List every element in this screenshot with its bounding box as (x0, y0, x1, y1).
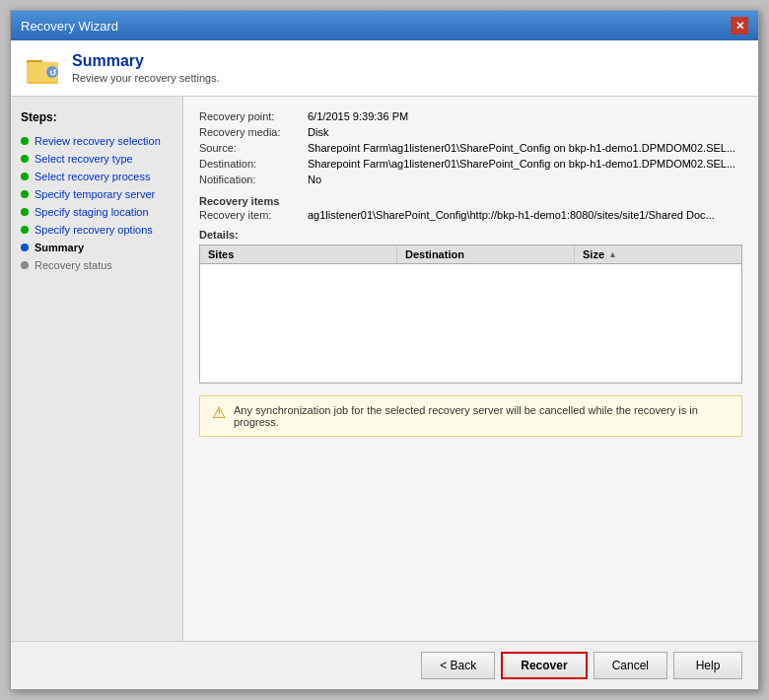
sidebar-label-3: Select recovery process (35, 171, 150, 182)
info-row-0: Recovery point: 6/1/2015 9:39:36 PM (199, 110, 742, 122)
header-icon: ↺ (25, 50, 60, 86)
info-row-2: Source: Sharepoint Farm\ag1listener01\Sh… (199, 142, 742, 154)
step-dot-8 (21, 261, 29, 269)
info-table: Recovery point: 6/1/2015 9:39:36 PM Reco… (199, 110, 742, 185)
step-dot-5 (21, 208, 29, 216)
sidebar-item-select-recovery-process[interactable]: Select recovery process (11, 168, 182, 185)
details-label: Details: (199, 229, 742, 241)
grid-col-sites: Sites (200, 245, 397, 263)
sidebar-item-review-recovery-selection[interactable]: Review recovery selection (11, 132, 182, 150)
info-value-0: 6/1/2015 9:39:36 PM (308, 110, 742, 122)
info-value-1: Disk (308, 126, 742, 138)
recover-button[interactable]: Recover (501, 652, 587, 679)
grid-body (200, 264, 741, 383)
sidebar-item-recovery-status[interactable]: Recovery status (11, 256, 182, 274)
header-text: Summary Review your recovery settings. (72, 52, 220, 84)
header-subtitle: Review your recovery settings. (72, 72, 220, 84)
content-area: Steps: Review recovery selection Select … (11, 97, 758, 641)
recovery-items-label: Recovery items (199, 195, 742, 207)
back-button[interactable]: < Back (421, 652, 495, 679)
recovery-item-label: Recovery item: (199, 209, 308, 221)
info-value-2: Sharepoint Farm\ag1listener01\SharePoint… (308, 142, 742, 154)
sidebar-label-6: Specify recovery options (35, 224, 153, 236)
recovery-item-value: ag1listener01\SharePoint_Config\http://b… (308, 209, 742, 221)
title-bar: Recovery Wizard ✕ (11, 11, 758, 40)
details-grid: Sites Destination Size ▲ (199, 245, 742, 384)
info-value-4: No (308, 174, 742, 185)
grid-col-destination: Destination (397, 245, 575, 263)
info-value-3: Sharepoint Farm\ag1listener01\SharePoint… (308, 158, 742, 170)
footer: < Back Recover Cancel Help (11, 641, 758, 689)
step-dot-7 (21, 244, 29, 251)
info-label-2: Source: (199, 142, 308, 154)
header-section: ↺ Summary Review your recovery settings. (11, 40, 758, 97)
warning-text: Any synchronization job for the selected… (234, 404, 730, 428)
sort-arrow-icon: ▲ (608, 249, 617, 259)
step-dot-2 (21, 155, 29, 163)
cancel-button[interactable]: Cancel (594, 652, 667, 679)
warning-box: ⚠ Any synchronization job for the select… (199, 395, 742, 437)
sidebar-item-select-recovery-type[interactable]: Select recovery type (11, 150, 182, 168)
sidebar-label-1: Review recovery selection (35, 135, 161, 147)
info-label-1: Recovery media: (199, 126, 308, 138)
sidebar-title: Steps: (11, 106, 182, 132)
sidebar: Steps: Review recovery selection Select … (11, 97, 183, 641)
sidebar-label-4: Specify temporary server (35, 188, 155, 200)
main-content: Recovery point: 6/1/2015 9:39:36 PM Reco… (183, 97, 758, 641)
info-row-3: Destination: Sharepoint Farm\ag1listener… (199, 158, 742, 170)
step-dot-1 (21, 137, 29, 145)
sidebar-item-specify-recovery-options[interactable]: Specify recovery options (11, 221, 182, 239)
help-button[interactable]: Help (673, 652, 742, 679)
header-title: Summary (72, 52, 220, 70)
sidebar-label-5: Specify staging location (35, 206, 149, 218)
info-label-4: Notification: (199, 174, 308, 185)
close-button[interactable]: ✕ (731, 17, 748, 35)
recovery-item-row: Recovery item: ag1listener01\SharePoint_… (199, 209, 742, 221)
step-dot-4 (21, 190, 29, 198)
info-label-3: Destination: (199, 158, 308, 170)
info-row-1: Recovery media: Disk (199, 126, 742, 138)
sidebar-item-specify-staging-location[interactable]: Specify staging location (11, 203, 182, 221)
step-dot-6 (21, 226, 29, 234)
warning-icon: ⚠ (212, 403, 226, 422)
window-title: Recovery Wizard (21, 19, 118, 34)
sidebar-label-7: Summary (35, 242, 84, 253)
step-dot-3 (21, 173, 29, 180)
grid-col-size-label: Size (583, 248, 604, 260)
sidebar-label-2: Select recovery type (35, 153, 133, 165)
grid-header: Sites Destination Size ▲ (200, 245, 741, 264)
recovery-wizard-window: Recovery Wizard ✕ ↺ Summary Review your … (10, 10, 759, 690)
svg-text:↺: ↺ (49, 68, 57, 78)
grid-col-size: Size ▲ (575, 245, 741, 263)
info-label-0: Recovery point: (199, 110, 308, 122)
sidebar-item-summary[interactable]: Summary (11, 239, 182, 256)
sidebar-item-specify-temporary-server[interactable]: Specify temporary server (11, 185, 182, 203)
info-row-4: Notification: No (199, 174, 742, 185)
sidebar-label-8: Recovery status (35, 259, 112, 271)
